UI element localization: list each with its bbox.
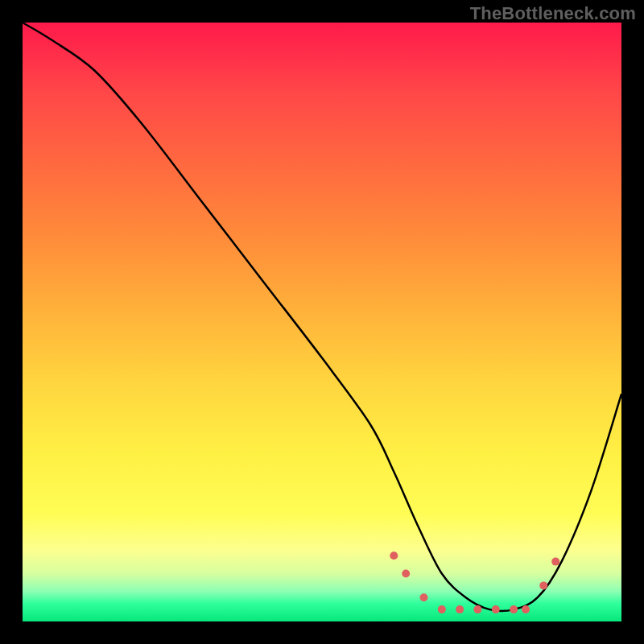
curve-marker [539,581,547,589]
curve-marker [438,605,446,613]
curve-marker [473,605,481,613]
curve-marker [456,605,464,613]
curve-marker [420,593,428,601]
plot-area [23,23,621,621]
watermark-text: TheBottleneck.com [470,3,636,24]
curve-marker [402,570,410,578]
curve-svg [23,23,621,621]
curve-marker [390,551,398,559]
chart-stage: TheBottleneck.com [0,0,644,644]
bottleneck-curve-path [23,23,621,611]
curve-marker [492,605,500,613]
curve-marker [510,605,518,613]
curve-marker [522,605,530,613]
curve-marker [551,558,559,566]
